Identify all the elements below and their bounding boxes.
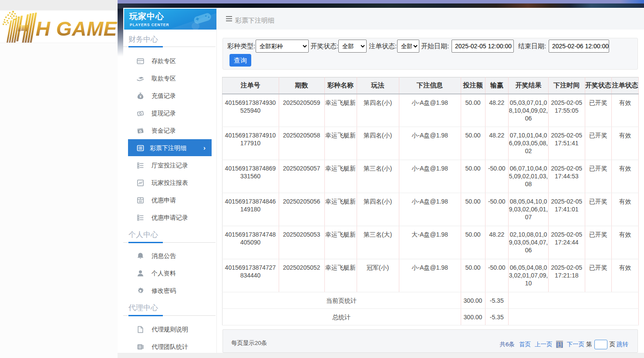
svg-text:H GAME: H GAME bbox=[36, 17, 118, 40]
svg-text:¥: ¥ bbox=[139, 94, 142, 99]
